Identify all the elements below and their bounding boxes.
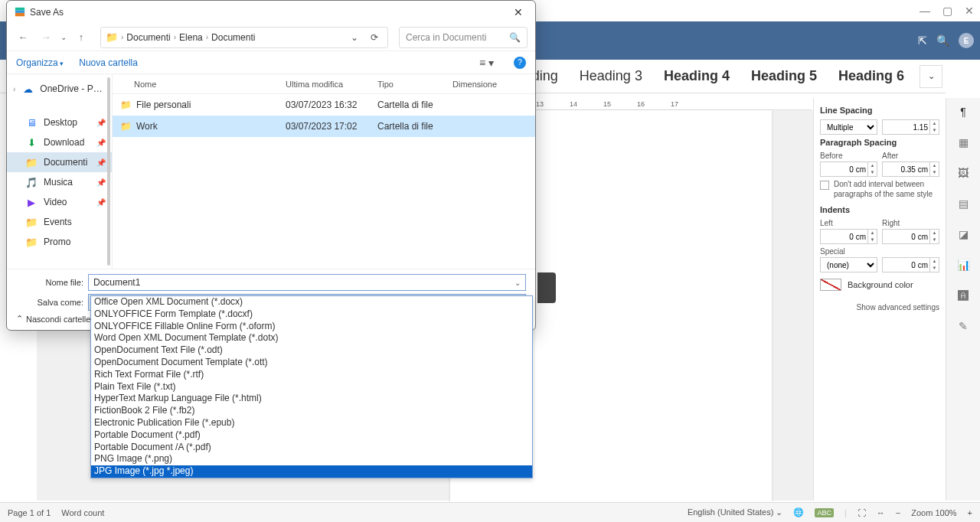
up-button[interactable]: ↑ [73, 29, 90, 46]
status-bar: Page 1 of 1 Word count English (United S… [0, 502, 980, 522]
page-indicator[interactable]: Page 1 of 1 [8, 508, 51, 517]
user-avatar[interactable]: E [959, 33, 974, 48]
nav-item-desktop[interactable]: 🖥Desktop📌 [7, 113, 112, 132]
nav-item-promo[interactable]: 📁Promo [7, 232, 112, 252]
file-type-option[interactable]: Word Open XML Document Template (*.dotx) [91, 332, 532, 344]
header-tab-icon[interactable]: ▤ [955, 197, 972, 214]
folder-icon: 📁 [25, 237, 38, 248]
organize-menu[interactable]: Organizza [16, 57, 64, 68]
dont-add-interval-checkbox[interactable]: Don't add interval between paragraphs of… [820, 180, 939, 199]
file-type-option[interactable]: ONLYOFFICE Form Template (*.docxf) [91, 308, 532, 321]
close-window-button[interactable]: ✕ [965, 5, 974, 17]
spellcheck-icon[interactable]: 🌐 [793, 507, 804, 517]
view-options[interactable]: ≡ ▾ [475, 57, 498, 69]
open-location-icon[interactable]: ⇱ [918, 34, 927, 47]
back-button[interactable]: ← [15, 29, 31, 46]
search-input[interactable]: Cerca in Documenti 🔍 [399, 27, 528, 48]
dialog-close-button[interactable]: ✕ [509, 5, 528, 20]
cloud-icon: ☁ [21, 83, 34, 95]
line-spacing-mode[interactable]: Multiple [820, 119, 877, 135]
file-type-option[interactable]: FictionBook 2 File (*.fb2) [91, 405, 532, 417]
floating-toolbar[interactable] [537, 272, 556, 303]
folder-icon: 📁 [106, 31, 118, 43]
file-type-option[interactable]: OpenDocument Document Template (*.ott) [91, 357, 532, 369]
nav-item-download[interactable]: ⬇Download📌 [7, 132, 112, 152]
style-heading-5[interactable]: Heading 5 [740, 64, 828, 89]
table-tab-icon[interactable]: ▦ [955, 136, 972, 153]
address-bar[interactable]: 📁 › Documenti › Elena › Documenti ⌄ ⟳ [100, 27, 388, 48]
file-type-option[interactable]: ONLYOFFICE Fillable Online Form (*.oform… [91, 321, 532, 333]
forward-button[interactable]: → [38, 29, 54, 46]
paragraph-tab-icon[interactable]: ¶ [955, 106, 972, 122]
chart-tab-icon[interactable]: 📊 [955, 259, 972, 276]
style-heading-6[interactable]: Heading 6 [828, 64, 915, 89]
file-row[interactable]: 📁Work03/07/2023 17:02Cartella di file [113, 116, 535, 137]
maximize-button[interactable]: ▢ [942, 5, 952, 17]
background-color-swatch[interactable] [820, 279, 841, 291]
language-selector[interactable]: English (United States) ⌄ [688, 507, 783, 517]
svg-rect-0 [15, 12, 24, 15]
word-count[interactable]: Word count [61, 508, 104, 517]
search-icon[interactable]: 🔍 [936, 34, 949, 47]
refresh-button[interactable]: ⟳ [366, 32, 383, 43]
line-spacing-value[interactable]: ▲▼ [882, 119, 939, 135]
file-type-option[interactable]: PNG Image (*.png) [91, 453, 532, 465]
line-spacing-label: Line Spacing [820, 106, 939, 115]
column-name[interactable]: Nome [113, 80, 278, 89]
address-dropdown[interactable]: ⌄ [346, 32, 363, 43]
nav-item-onedrive---perso[interactable]: ›☁OneDrive - Perso [7, 79, 112, 99]
nav-item-documenti[interactable]: 📁Documenti📌 [7, 152, 112, 172]
spacing-before[interactable]: ▲▼ [820, 161, 877, 177]
minimize-button[interactable]: — [920, 5, 930, 17]
file-type-option[interactable]: OpenDocument Text File (*.odt) [91, 344, 532, 357]
nav-item-video[interactable]: ▶Video📌 [7, 192, 112, 212]
file-type-option[interactable]: Portable Document (*.pdf) [91, 429, 532, 442]
svg-rect-1 [15, 10, 24, 13]
style-heading-4[interactable]: Heading 4 [653, 64, 740, 89]
indent-special-by[interactable]: ▲▼ [882, 257, 939, 272]
shape-tab-icon[interactable]: ◪ [955, 228, 972, 245]
folder-icon: 📁 [25, 217, 38, 228]
music-icon: 🎵 [25, 177, 38, 188]
signature-tab-icon[interactable]: ✎ [955, 320, 972, 337]
textart-tab-icon[interactable]: 🅰 [955, 289, 972, 306]
spacing-after[interactable]: ▲▼ [882, 161, 939, 177]
column-type[interactable]: Tipo [370, 80, 445, 89]
filename-input[interactable]: Document1⌄ [88, 274, 526, 291]
file-type-option[interactable]: Rich Text Format File (*.rtf) [91, 369, 532, 381]
file-type-option[interactable]: JPG Image (*.jpg *.jpeg) [91, 465, 532, 478]
fit-page-icon[interactable]: ⛶ [858, 508, 866, 517]
folder-icon: 📁 [120, 121, 132, 132]
indent-right[interactable]: ▲▼ [882, 229, 939, 244]
file-type-option[interactable]: Plain Text File (*.txt) [91, 381, 532, 393]
style-heading-3[interactable]: Heading 3 [569, 64, 653, 89]
navigation-pane: ›☁OneDrive - Perso🖥Desktop📌⬇Download📌📁Do… [7, 74, 113, 269]
pin-icon: 📌 [96, 178, 106, 187]
video-icon: ▶ [25, 197, 38, 208]
indent-left[interactable]: ▲▼ [820, 229, 877, 244]
zoom-level[interactable]: Zoom 100% [911, 508, 956, 517]
file-type-dropdown[interactable]: Office Open XML Document (*.docx)ONLYOFF… [90, 295, 533, 478]
indent-special[interactable]: (none) [820, 257, 877, 272]
pin-icon: 📌 [96, 139, 106, 147]
column-size[interactable]: Dimensione [445, 80, 506, 89]
nav-item-events[interactable]: 📁Events [7, 212, 112, 232]
track-changes-icon[interactable]: ABC [815, 508, 834, 517]
column-modified[interactable]: Ultima modifica [278, 80, 370, 89]
help-button[interactable]: ? [514, 57, 526, 69]
styles-expand[interactable]: ⌄ [920, 65, 942, 88]
history-dropdown[interactable]: ⌄ [60, 33, 67, 41]
file-type-option[interactable]: Portable Document /A (*.pdf) [91, 442, 532, 454]
file-row[interactable]: 📁File personali03/07/2023 16:32Cartella … [113, 94, 535, 116]
new-folder-button[interactable]: Nuova cartella [79, 57, 138, 68]
fit-width-icon[interactable]: ↔ [877, 508, 885, 517]
image-tab-icon[interactable]: 🖼 [955, 167, 972, 184]
nav-item-musica[interactable]: 🎵Musica📌 [7, 172, 112, 192]
file-type-option[interactable]: Electronic Publication File (*.epub) [91, 417, 532, 429]
folder-icon: 📁 [25, 157, 38, 168]
zoom-in[interactable]: + [968, 508, 972, 517]
file-type-option[interactable]: Office Open XML Document (*.docx) [91, 296, 532, 308]
show-advanced-settings[interactable]: Show advanced settings [820, 303, 939, 312]
zoom-out[interactable]: − [896, 508, 900, 517]
file-type-option[interactable]: HyperText Markup Language File (*.html) [91, 393, 532, 405]
